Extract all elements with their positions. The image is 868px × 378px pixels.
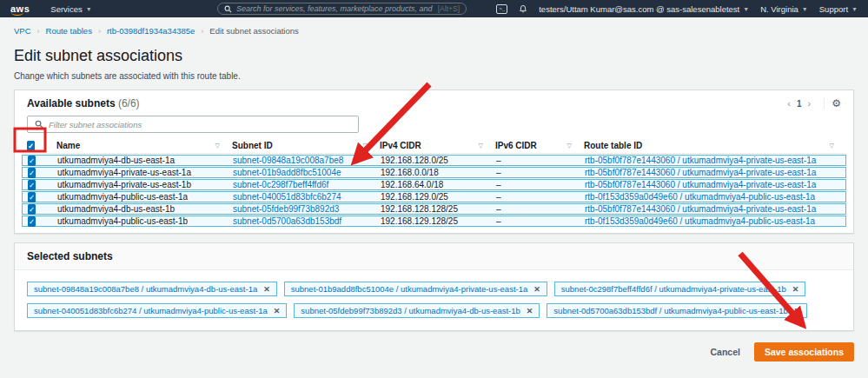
breadcrumb-vpc[interactable]: VPC — [14, 26, 31, 36]
notifications-bell-icon[interactable] — [519, 4, 527, 14]
subnet-name: utkumadmviya4-public-us-east-1a — [57, 192, 233, 202]
aws-logo[interactable]: aws — [10, 3, 30, 14]
subnet-chip: subnet-09848a19c008a7be8 / utkumadmviya4… — [27, 282, 277, 296]
breadcrumb-route-table-id[interactable]: rtb-0398df1934a34385e — [107, 26, 195, 36]
chevron-down-icon: ▼ — [86, 6, 92, 12]
table-row[interactable]: ✓ utkumadmviya4-private-us-east-1b subne… — [22, 179, 846, 190]
subnet-id-link[interactable]: subnet-05fdeb99f73b892d3 — [233, 204, 339, 214]
ipv4-cidr: 192.168.64.0/18 — [381, 180, 496, 190]
sort-icon[interactable]: ▽ — [830, 143, 834, 149]
sort-icon[interactable]: ▽ — [363, 143, 368, 149]
chip-label: subnet-0d5700a63db153bdf / utkumadmviya4… — [553, 306, 787, 315]
support-menu[interactable]: Support ▼ — [819, 4, 858, 14]
topnav-right-cluster: >_ testers/Uttam Kumar@sas.com @ sas-sal… — [496, 4, 858, 14]
subnet-id-link[interactable]: subnet-01b9add8fbc51004e — [233, 168, 341, 177]
services-menu[interactable]: Services ▼ — [50, 4, 91, 14]
cloudshell-icon[interactable]: >_ — [496, 4, 507, 14]
route-table-link[interactable]: rtb-0f153d359a0d49e60 / utkumadmviya4-pu… — [585, 216, 815, 226]
subnet-id-link[interactable]: subnet-040051d83bfc6b274 — [233, 192, 341, 202]
row-checkbox[interactable]: ✓ — [28, 156, 36, 166]
subnet-chip: subnet-0d5700a63db153bdf / utkumadmviya4… — [547, 303, 807, 318]
subnet-name: utkumadmviya4-db-us-east-1a — [57, 156, 233, 166]
subnet-chip: subnet-0c298f7beff4ffd6f / utkumadmviya4… — [554, 282, 805, 296]
table-row[interactable]: ✓ utkumadmviya4-public-us-east-1b subnet… — [22, 216, 846, 227]
pagination: ‹ 1 › ⚙ — [781, 97, 841, 109]
aws-console-screen: aws Services ▼ [Alt+S] >_ testers/Uttam … — [0, 0, 868, 378]
ipv4-cidr: 192.168.128.128/25 — [381, 204, 496, 215]
subnet-chip: subnet-01b9add8fbc51004e / utkumadmviya4… — [284, 282, 547, 296]
breadcrumb-route-tables[interactable]: Route tables — [46, 26, 92, 36]
chip-label: subnet-01b9add8fbc51004e / utkumadmviya4… — [291, 284, 528, 294]
chip-label: subnet-09848a19c008a7be8 / utkumadmviya4… — [34, 284, 257, 294]
search-icon — [35, 120, 43, 129]
breadcrumb-current: Edit subnet associations — [209, 26, 298, 36]
next-page-icon[interactable]: › — [802, 98, 818, 109]
cancel-button[interactable]: Cancel — [711, 347, 740, 357]
sort-icon[interactable]: ▽ — [567, 143, 572, 149]
account-menu[interactable]: testers/Uttam Kumar@sas.com @ sas-salese… — [539, 4, 749, 14]
route-table-link[interactable]: rtb-05bf0f787e1443060 / utkumadmviya4-pr… — [585, 156, 816, 165]
select-all-checkbox[interactable]: ✓ — [27, 141, 35, 151]
settings-gear-icon[interactable]: ⚙ — [832, 98, 841, 109]
ipv6-cidr: – — [496, 216, 585, 227]
ipv4-cidr: 192.168.129.0/25 — [381, 192, 496, 202]
available-subnets-title: Available subnets (6/6) — [27, 97, 140, 109]
row-checkbox[interactable]: ✓ — [28, 180, 36, 190]
route-table-link[interactable]: rtb-05bf0f787e1443060 / utkumadmviya4-pr… — [585, 180, 816, 189]
available-subnets-panel: Available subnets (6/6) ‹ 1 › ⚙ ✓ Name▽ — [14, 90, 854, 234]
remove-chip-icon[interactable]: ✕ — [263, 285, 270, 294]
selected-subnet-chips: subnet-09848a19c008a7be8 / utkumadmviya4… — [15, 270, 853, 330]
subnet-name: utkumadmviya4-db-us-east-1b — [57, 204, 233, 215]
ipv6-cidr: – — [496, 180, 585, 190]
page-description: Change which subnets are associated with… — [14, 71, 854, 81]
page-title: Edit subnet associations — [14, 47, 854, 65]
global-search[interactable]: [Alt+S] — [217, 3, 467, 15]
row-checkbox[interactable]: ✓ — [28, 204, 36, 215]
route-table-link[interactable]: rtb-05bf0f787e1443060 / utkumadmviya4-pr… — [585, 204, 816, 214]
route-table-link[interactable]: rtb-0f153d359a0d49e60 / utkumadmviya4-pu… — [585, 192, 815, 202]
chip-label: subnet-040051d83bfc6b274 / utkumadmviya4… — [34, 306, 268, 315]
row-checkbox[interactable]: ✓ — [28, 216, 36, 227]
search-input[interactable] — [236, 4, 434, 13]
sort-icon[interactable]: ▽ — [215, 143, 220, 149]
route-table-link[interactable]: rtb-05bf0f787e1443060 / utkumadmviya4-pr… — [585, 168, 816, 177]
subnet-id-link[interactable]: subnet-0c298f7beff4ffd6f — [233, 180, 328, 189]
account-label: testers/Uttam Kumar@sas.com @ sas-salese… — [539, 4, 739, 14]
subnet-name: utkumadmviya4-private-us-east-1a — [57, 168, 233, 178]
support-label: Support — [819, 4, 848, 14]
column-header-route-table-id: Route table ID — [584, 141, 642, 150]
ipv6-cidr: – — [496, 204, 585, 215]
region-menu[interactable]: N. Virginia ▼ — [760, 4, 808, 14]
breadcrumb-separator: › — [201, 27, 203, 36]
column-header-ipv4-cidr: IPv4 CIDR — [380, 141, 421, 150]
remove-chip-icon[interactable]: ✕ — [794, 307, 801, 315]
table-row[interactable]: ✓ utkumadmviya4-public-us-east-1a subnet… — [22, 191, 846, 202]
subnet-id-link[interactable]: subnet-09848a19c008a7be8 — [233, 156, 343, 165]
available-subnets-title-text: Available subnets — [27, 97, 116, 109]
table-row[interactable]: ✓ utkumadmviya4-db-us-east-1a subnet-098… — [22, 155, 846, 166]
table-row[interactable]: ✓ utkumadmviya4-db-us-east-1b subnet-05f… — [22, 203, 846, 215]
selected-subnets-title: Selected subnets — [15, 243, 853, 270]
chip-label: subnet-0c298f7beff4ffd6f / utkumadmviya4… — [561, 284, 786, 294]
table-row[interactable]: ✓ utkumadmviya4-private-us-east-1a subne… — [22, 167, 846, 178]
row-checkbox[interactable]: ✓ — [28, 168, 36, 178]
filter-field[interactable] — [27, 116, 359, 133]
filter-subnets-input[interactable] — [49, 120, 351, 129]
sort-icon[interactable]: ▽ — [479, 143, 483, 149]
subnet-chip: subnet-05fdeb99f73b892d3 / utkumadmviya4… — [294, 303, 540, 318]
row-checkbox[interactable]: ✓ — [28, 192, 36, 202]
top-navigation: aws Services ▼ [Alt+S] >_ testers/Uttam … — [0, 0, 868, 17]
chevron-down-icon: ▼ — [743, 6, 749, 12]
column-header-name: Name — [56, 141, 80, 150]
ipv4-cidr: 192.168.0.0/18 — [381, 168, 496, 178]
remove-chip-icon[interactable]: ✕ — [792, 285, 799, 294]
footer-actions: Cancel Save associations — [14, 342, 854, 361]
chip-label: subnet-05fdeb99f73b892d3 / utkumadmviya4… — [301, 306, 520, 315]
subnet-id-link[interactable]: subnet-0d5700a63db153bdf — [233, 216, 341, 226]
remove-chip-icon[interactable]: ✕ — [274, 307, 281, 315]
remove-chip-icon[interactable]: ✕ — [533, 285, 540, 294]
remove-chip-icon[interactable]: ✕ — [527, 307, 533, 315]
previous-page-icon[interactable]: ‹ — [781, 98, 797, 109]
subnet-name: utkumadmviya4-private-us-east-1b — [57, 180, 233, 190]
save-associations-button[interactable]: Save associations — [754, 342, 854, 361]
